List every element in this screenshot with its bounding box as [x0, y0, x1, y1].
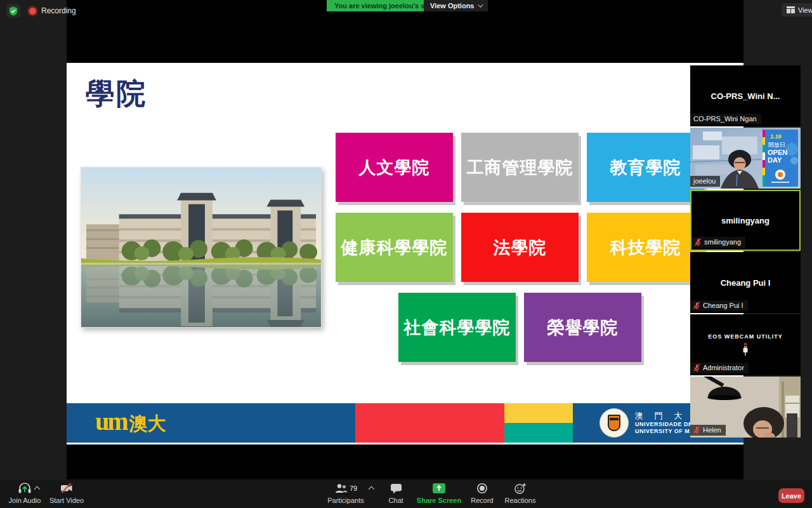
- faculty-label: 法學院: [494, 236, 547, 259]
- muted-mic-icon: [693, 426, 700, 434]
- banner-segment-red: [355, 403, 504, 443]
- participant-tile-administrator[interactable]: EOS WEBCAM UTILITY Administrator: [690, 314, 801, 375]
- um-crest-icon: [599, 408, 629, 438]
- svg-text:OPEN: OPEN: [768, 149, 787, 156]
- usb-disconnected-icon: [740, 342, 750, 356]
- view-options-button[interactable]: View Options: [424, 0, 488, 11]
- recording-label: Recording: [41, 6, 76, 15]
- participant-name-chip: joeelou: [690, 176, 720, 187]
- participant-name-chip: Cheang Pui I: [690, 300, 748, 311]
- participants-icon: [334, 483, 348, 494]
- chat-bubble-icon: [390, 483, 402, 494]
- recording-indicator: Recording: [6, 3, 76, 18]
- meeting-toolbar: Join Audio Start Video 79: [0, 479, 812, 508]
- muted-mic-icon: [695, 238, 702, 246]
- participants-count: 79: [350, 485, 357, 492]
- shared-screen-region: 學院: [67, 0, 743, 479]
- participant-tile-co-prs-wini[interactable]: CO-PRS_Wini N... CO-PRS_Wini Ngan: [690, 65, 801, 126]
- participant-tile-joeelou[interactable]: 1.16 開放日 OPEN DAY joeelou: [690, 128, 801, 189]
- faculty-label: 人文學院: [359, 156, 430, 179]
- video-camera-off-icon: [60, 483, 73, 494]
- slide-title: 學院: [86, 74, 147, 114]
- participant-name-chip: smilingyang: [691, 237, 745, 248]
- reactions-smiley-icon: [514, 483, 527, 494]
- banner-teal: [504, 423, 573, 443]
- left-letterbox: [0, 0, 67, 479]
- banner-segment-yellow-teal: [504, 403, 573, 443]
- participant-name-chip: Administrator: [690, 363, 749, 373]
- chevron-down-icon: [478, 2, 483, 7]
- participants-button[interactable]: 79 Participants: [317, 481, 374, 504]
- presentation-slide: 學院: [67, 63, 743, 444]
- faculty-tile-honours: 榮譽學院: [524, 293, 641, 362]
- faculty-label: 教育學院: [610, 156, 681, 179]
- faculty-label: 社會科學學院: [404, 316, 511, 339]
- faculty-label: 科技學院: [610, 236, 681, 259]
- participants-sidebar: CO-PRS_Wini N... CO-PRS_Wini Ngan: [690, 65, 801, 439]
- um-banner: um 澳大 澳 門 大 學 UNIVERSIDADE DE MACAU UNIV…: [67, 403, 743, 443]
- um-logo: um 澳大: [95, 409, 166, 437]
- faculty-label: 榮譽學院: [547, 316, 619, 339]
- muted-mic-icon: [693, 364, 700, 371]
- participant-tile-cheang-pui-i[interactable]: Cheang Pui I Cheang Pui I: [690, 252, 801, 313]
- participant-tile-smilingyang[interactable]: smilingyang smilingyang: [690, 190, 801, 251]
- record-icon: [476, 483, 488, 494]
- participant-name-chip: Helen: [690, 425, 726, 436]
- recording-dot-icon: [29, 8, 36, 15]
- participant-name-chip: CO-PRS_Wini Ngan: [690, 114, 761, 124]
- muted-mic-icon: [693, 302, 700, 309]
- faculty-label: 工商管理學院: [467, 156, 573, 179]
- leave-button[interactable]: Leave: [778, 488, 804, 503]
- start-video-button[interactable]: Start Video: [38, 481, 95, 504]
- faculty-tile-science-technology: 科技學院: [587, 213, 704, 282]
- faculty-tile-humanities: 人文學院: [336, 133, 453, 202]
- faculty-tile-education: 教育學院: [587, 133, 704, 202]
- reactions-button[interactable]: Reactions: [492, 481, 549, 504]
- banner-yellow: [504, 403, 573, 423]
- svg-text:DAY: DAY: [768, 156, 782, 164]
- share-screen-icon: [432, 483, 446, 494]
- faculty-tile-business: 工商管理學院: [461, 133, 579, 202]
- faculty-tile-health-sciences: 健康科學學院: [336, 213, 453, 282]
- faculty-tile-law: 法學院: [461, 213, 579, 282]
- faculty-label: 健康科學學院: [341, 236, 448, 259]
- campus-photo: [81, 167, 322, 328]
- view-button[interactable]: View: [782, 3, 812, 17]
- zoom-app-window: 學院: [0, 0, 812, 508]
- grid-view-icon: [787, 6, 795, 13]
- svg-text:1.16: 1.16: [770, 133, 782, 140]
- headset-icon: [18, 482, 32, 495]
- banner-segment-blue: um 澳大: [67, 403, 355, 443]
- faculty-tile-social-sciences: 社會科學學院: [398, 293, 516, 362]
- security-shield-icon[interactable]: [6, 4, 20, 18]
- svg-text:開放日: 開放日: [768, 142, 785, 148]
- participant-tile-helen[interactable]: Helen: [690, 377, 801, 438]
